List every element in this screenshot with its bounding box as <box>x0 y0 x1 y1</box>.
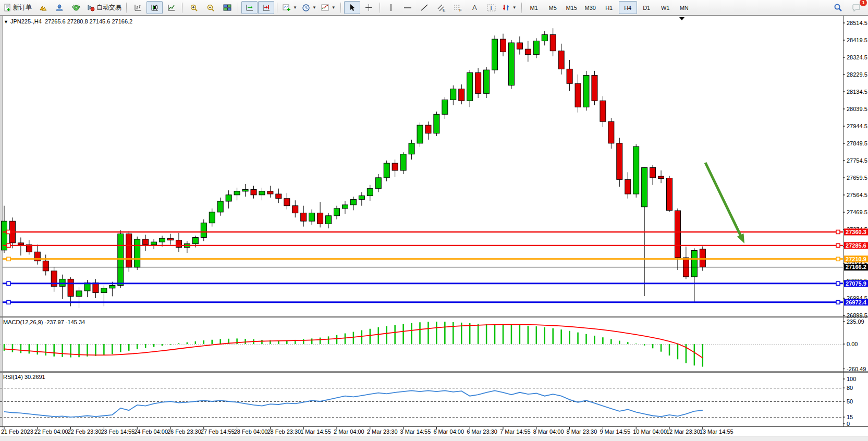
candle[interactable] <box>417 125 423 143</box>
candle[interactable] <box>425 125 431 133</box>
tile-windows-button[interactable] <box>219 1 235 14</box>
candle[interactable] <box>301 213 307 222</box>
candle[interactable] <box>334 209 340 216</box>
candle[interactable] <box>525 49 531 54</box>
line-handle[interactable] <box>7 300 10 304</box>
candle[interactable] <box>558 51 564 69</box>
line-handle[interactable] <box>7 281 10 285</box>
vertical-line-tool[interactable] <box>383 1 399 14</box>
candle[interactable] <box>151 242 157 244</box>
zoom-out-button[interactable] <box>202 1 218 14</box>
candle[interactable] <box>76 291 82 296</box>
candle[interactable] <box>508 43 514 85</box>
candle[interactable] <box>492 39 498 70</box>
notifications-button[interactable]: 1 <box>848 1 864 14</box>
line-handle[interactable] <box>836 230 840 234</box>
candle[interactable] <box>642 167 647 206</box>
candle[interactable] <box>135 239 140 267</box>
candle[interactable] <box>567 69 572 83</box>
candle[interactable] <box>251 189 256 194</box>
candle[interactable] <box>284 199 290 206</box>
candle[interactable] <box>575 83 581 107</box>
candle[interactable] <box>259 191 265 195</box>
line-handle[interactable] <box>836 281 840 285</box>
candle[interactable] <box>542 34 547 41</box>
candle[interactable] <box>625 179 631 194</box>
timeframe-h1[interactable]: H1 <box>600 1 618 14</box>
line-chart-button[interactable] <box>163 1 179 14</box>
candle[interactable] <box>192 237 198 243</box>
candle[interactable] <box>367 189 373 196</box>
timeframe-d1[interactable]: D1 <box>638 1 656 14</box>
candle[interactable] <box>160 238 165 242</box>
timeframe-mn[interactable]: MN <box>675 1 693 14</box>
candle[interactable] <box>658 176 664 179</box>
templates-button[interactable]: ▼ <box>319 1 338 14</box>
horizontal-line-tool[interactable] <box>400 1 416 14</box>
periods-button[interactable]: ▼ <box>300 1 319 14</box>
candle[interactable] <box>143 239 149 244</box>
cursor-button[interactable] <box>344 1 360 14</box>
candle[interactable] <box>691 251 697 277</box>
candle-chart-button[interactable] <box>146 1 163 14</box>
candle[interactable] <box>375 178 381 189</box>
candle[interactable] <box>484 70 490 93</box>
candle[interactable] <box>700 249 705 267</box>
candle[interactable] <box>217 201 223 212</box>
timeframe-m30[interactable]: M30 <box>581 1 600 14</box>
line-handle[interactable] <box>7 230 10 234</box>
candle[interactable] <box>450 89 456 100</box>
candle[interactable] <box>350 200 356 205</box>
candle[interactable] <box>392 163 398 170</box>
new-order-button[interactable]: 新订单 <box>2 1 34 14</box>
data-window-button[interactable] <box>51 1 67 14</box>
candle[interactable] <box>101 288 107 293</box>
candle[interactable] <box>550 34 556 51</box>
candle[interactable] <box>675 211 680 258</box>
bar-chart-button[interactable] <box>130 1 146 14</box>
candle[interactable] <box>600 101 606 121</box>
candle[interactable] <box>201 223 206 238</box>
candle[interactable] <box>234 191 240 195</box>
timeframe-m1[interactable]: M1 <box>525 1 543 14</box>
candle[interactable] <box>126 234 132 267</box>
auto-trading-button[interactable]: 自动交易 <box>84 1 124 14</box>
candle[interactable] <box>400 154 406 170</box>
candle[interactable] <box>18 243 23 244</box>
auto-scroll-button[interactable] <box>241 1 258 14</box>
candle[interactable] <box>517 43 522 49</box>
chart-window[interactable]: 28514.528419.528324.528229.528134.528039… <box>0 16 868 441</box>
search-button[interactable] <box>830 1 846 14</box>
timeframe-h4[interactable]: H4 <box>619 1 637 14</box>
candle[interactable] <box>475 72 481 93</box>
timeframe-m15[interactable]: M15 <box>563 1 581 14</box>
zoom-in-button[interactable] <box>186 1 202 14</box>
candle[interactable] <box>633 146 639 194</box>
candle[interactable] <box>292 206 298 213</box>
candle[interactable] <box>226 195 231 201</box>
candle[interactable] <box>176 240 181 248</box>
trendline-tool[interactable] <box>417 1 433 14</box>
candle[interactable] <box>109 286 115 288</box>
timeframe-w1[interactable]: W1 <box>656 1 675 14</box>
candle[interactable] <box>608 121 614 143</box>
candle[interactable] <box>326 216 332 224</box>
candle[interactable] <box>442 100 448 114</box>
crosshair-button[interactable] <box>361 1 377 14</box>
market-watch-button[interactable] <box>34 1 51 14</box>
line-handle[interactable] <box>836 300 840 304</box>
candle[interactable] <box>384 163 389 178</box>
candle[interactable] <box>650 167 656 177</box>
candle[interactable] <box>317 213 323 224</box>
indicators-button[interactable]: ▼ <box>280 1 299 14</box>
candle[interactable] <box>242 189 248 191</box>
candle[interactable] <box>309 213 315 222</box>
line-handle[interactable] <box>7 257 10 261</box>
chart-canvas[interactable]: 28514.528419.528324.528229.528134.528039… <box>0 16 868 441</box>
line-handle[interactable] <box>836 243 840 247</box>
fibonacci-tool[interactable]: F <box>450 1 466 14</box>
candle[interactable] <box>276 194 282 199</box>
navigator-button[interactable] <box>68 1 84 14</box>
candle[interactable] <box>68 279 74 296</box>
candle[interactable] <box>533 41 539 55</box>
